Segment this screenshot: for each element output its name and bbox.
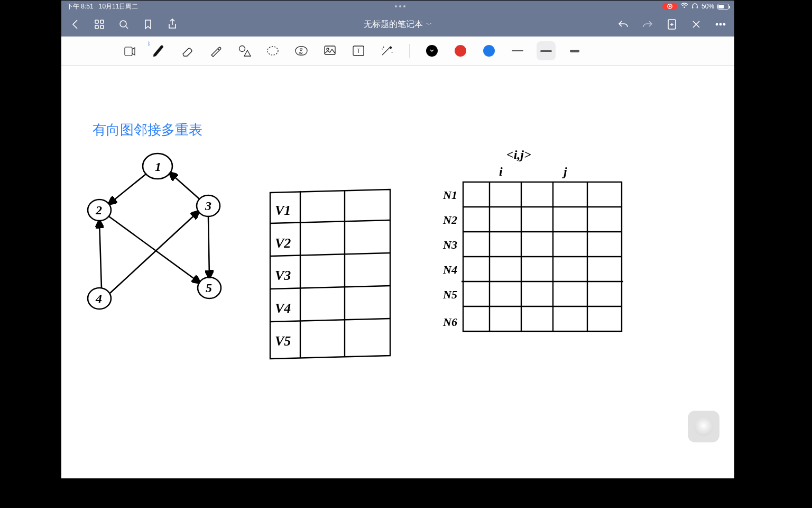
tool-bar: ᛒ T: [61, 37, 734, 66]
svg-line-10: [126, 26, 128, 29]
status-bar: 下午 8:51 10月11日周二 50%: [61, 1, 734, 12]
svg-rect-6: [100, 20, 104, 23]
multitasking-dots[interactable]: [138, 5, 662, 7]
close-button[interactable]: [690, 18, 703, 31]
svg-point-16: [716, 23, 717, 25]
svg-line-34: [171, 174, 199, 198]
svg-line-33: [110, 174, 146, 203]
battery-percent: 50%: [702, 3, 714, 10]
svg-line-44: [270, 220, 390, 223]
shapes-tool[interactable]: [235, 41, 254, 60]
bookmark-button[interactable]: [142, 18, 154, 31]
back-button[interactable]: [69, 18, 81, 31]
svg-text:V4: V4: [275, 301, 291, 316]
svg-text:4: 4: [95, 292, 102, 305]
svg-line-47: [270, 319, 390, 322]
stroke-thin[interactable]: [508, 41, 527, 60]
svg-point-25: [327, 48, 329, 50]
view-mode-button[interactable]: [121, 41, 140, 60]
wifi-icon: [680, 3, 688, 10]
lasso-tool[interactable]: [263, 41, 282, 60]
color-blue[interactable]: [479, 41, 499, 60]
svg-line-45: [270, 253, 390, 256]
svg-rect-24: [325, 46, 335, 55]
svg-rect-4: [697, 6, 698, 8]
svg-text:N3: N3: [442, 238, 457, 251]
svg-text:V2: V2: [275, 235, 291, 251]
svg-rect-3: [692, 6, 693, 8]
svg-point-1: [669, 5, 671, 7]
svg-line-46: [270, 286, 390, 289]
svg-text:1: 1: [155, 160, 161, 174]
graph-drawing: 1 2 3 4 5: [73, 148, 226, 322]
text-tool[interactable]: T: [349, 41, 368, 60]
svg-rect-5: [95, 20, 98, 23]
color-red[interactable]: [451, 41, 470, 60]
note-canvas[interactable]: 有向图邻接多重表: [61, 66, 734, 478]
headphones-icon: [691, 3, 698, 11]
svg-rect-19: [125, 47, 132, 56]
svg-text:V5: V5: [275, 333, 291, 349]
battery-icon: [717, 4, 729, 10]
redo-button[interactable]: [641, 18, 654, 31]
document-title-text: 无标题的笔记本: [364, 19, 423, 30]
status-time: 下午 8:51: [67, 2, 94, 11]
svg-line-35: [208, 216, 209, 277]
separator: [409, 44, 410, 58]
svg-text:N1: N1: [442, 188, 457, 202]
pen-tool[interactable]: ᛒ: [149, 41, 168, 60]
stickers-tool[interactable]: [292, 41, 311, 60]
svg-text:V3: V3: [275, 268, 291, 283]
svg-text:V1: V1: [275, 203, 291, 218]
nav-bar: 无标题的笔记本 ﹀: [61, 12, 734, 37]
more-button[interactable]: [714, 18, 727, 31]
screen-record-indicator[interactable]: [662, 3, 677, 10]
svg-line-36: [109, 216, 199, 282]
svg-text:<i,j>: <i,j>: [506, 148, 531, 161]
canvas-heading: 有向图邻接多重表: [93, 121, 202, 139]
svg-text:i: i: [499, 165, 503, 178]
svg-point-18: [723, 23, 725, 25]
highlighter-tool[interactable]: [206, 41, 225, 60]
stroke-thick[interactable]: [565, 41, 584, 60]
stroke-medium[interactable]: [537, 41, 556, 60]
svg-point-22: [267, 47, 278, 55]
vertex-table: V1 V2 V3 V4 V5: [267, 188, 400, 363]
chevron-down-icon: ﹀: [426, 21, 432, 29]
svg-rect-7: [95, 25, 98, 29]
eraser-tool[interactable]: [178, 41, 197, 60]
svg-text:N4: N4: [442, 263, 457, 276]
share-button[interactable]: [166, 18, 179, 31]
color-black[interactable]: [422, 41, 441, 60]
device-frame: 下午 8:51 10月11日周二 50%: [61, 1, 734, 478]
document-title[interactable]: 无标题的笔记本 ﹀: [364, 19, 432, 30]
svg-text:j: j: [561, 165, 567, 178]
undo-button[interactable]: [617, 18, 630, 31]
svg-text:N6: N6: [442, 315, 457, 329]
svg-point-20: [239, 46, 245, 52]
svg-rect-8: [100, 25, 104, 29]
edge-table: <i,j> i j N1 N2 N3 N4 N5: [431, 146, 632, 337]
svg-text:N5: N5: [442, 288, 457, 301]
add-page-button[interactable]: [666, 18, 678, 31]
svg-line-38: [110, 212, 198, 293]
svg-marker-21: [244, 50, 251, 56]
thumbnails-button[interactable]: [93, 18, 106, 31]
bluetooth-icon: ᛒ: [147, 41, 151, 47]
svg-point-2: [684, 7, 685, 8]
assistive-touch-button[interactable]: [688, 411, 719, 442]
svg-line-37: [99, 222, 102, 288]
svg-text:5: 5: [206, 281, 212, 295]
svg-text:3: 3: [205, 199, 211, 213]
svg-point-9: [120, 21, 126, 27]
svg-point-17: [719, 23, 721, 25]
image-tool[interactable]: [320, 41, 339, 60]
status-date: 10月11日周二: [99, 2, 139, 11]
search-button[interactable]: [117, 18, 130, 31]
magic-tool[interactable]: [377, 41, 396, 60]
svg-text:N2: N2: [442, 213, 457, 226]
svg-text:T: T: [357, 48, 361, 54]
svg-text:2: 2: [95, 203, 102, 217]
